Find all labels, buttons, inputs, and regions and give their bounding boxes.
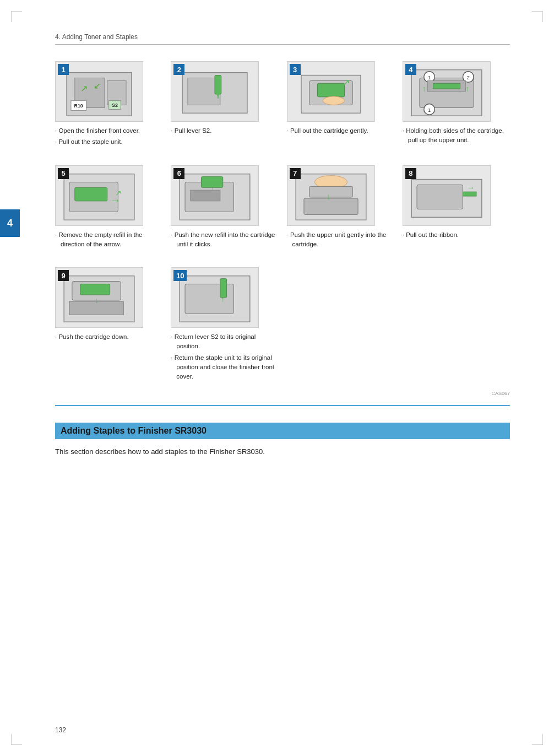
step-8-desc-1: Pull out the ribbon. [403, 230, 510, 240]
finisher-section: Adding Staples to Finisher SR3030 This s… [55, 423, 510, 456]
step-3: 3 ↗ Pull out the cartridge gently. [287, 61, 394, 149]
step-9-image: 9 ↓ [55, 267, 143, 328]
svg-rect-26 [433, 83, 460, 89]
step-2: 2 Pull lever S2. [171, 61, 278, 149]
step-5-desc-1: Remove the empty refill in the direction… [55, 230, 162, 250]
chapter-number: 4 [7, 218, 13, 229]
steps-row-3: 9 ↓ Push the cartridge down. 10 [55, 267, 510, 383]
step-4-desc-1: Holding both sides of the cartridge, pul… [403, 126, 510, 145]
step-2-desc-1: Pull lever S2. [171, 126, 278, 136]
step-2-number: 2 [173, 64, 184, 75]
step-6-image: 6 ↓ [171, 165, 259, 226]
svg-rect-43 [309, 186, 352, 197]
step-9-number: 9 [58, 270, 69, 281]
svg-text:↓: ↓ [95, 296, 99, 305]
svg-text:1: 1 [428, 74, 431, 80]
image-code-container: CAS067 [55, 388, 510, 397]
step-5: 5 → ↗ Remove the empty refill in the dir… [55, 165, 162, 251]
svg-rect-48 [463, 192, 476, 196]
step-7-image: 7 ↓ [287, 165, 375, 226]
step-8-number: 8 [405, 168, 416, 179]
svg-rect-33 [75, 187, 107, 201]
step-1: 1 R10 S2 ↙ ↗ Open the [55, 61, 162, 149]
corner-tr [532, 11, 543, 22]
step-4-image: 4 1 2 ↑ ↑ [403, 61, 491, 122]
svg-point-18 [323, 96, 344, 105]
finisher-separator [55, 405, 510, 406]
svg-text:↑: ↑ [465, 85, 469, 93]
step-4: 4 1 2 ↑ ↑ [403, 61, 510, 149]
step-9: 9 ↓ Push the cartridge down. [55, 267, 162, 383]
step-9-desc-1: Push the cartridge down. [55, 332, 162, 342]
finisher-title-bar: Adding Staples to Finisher SR3030 [55, 423, 510, 439]
step-6: 6 ↓ Push the new refill into the cartrid… [171, 165, 278, 251]
step-3-desc-1: Pull out the cartridge gently. [287, 126, 394, 136]
step-5-image: 5 → ↗ [55, 165, 143, 226]
step-1-image: 1 R10 S2 ↙ ↗ [55, 61, 143, 122]
step-3-image: 3 ↗ [287, 61, 375, 122]
step-5-desc: Remove the empty refill in the direction… [55, 230, 162, 251]
svg-text:↗: ↗ [115, 189, 122, 197]
finisher-title: Adding Staples to Finisher SR3030 [61, 426, 207, 435]
corner-tl [11, 11, 22, 22]
step-1-number: 1 [58, 64, 69, 75]
step-10-number: 10 [173, 270, 187, 281]
step-6-number: 6 [173, 168, 184, 179]
steps-row-1: 1 R10 S2 ↙ ↗ Open the [55, 61, 510, 149]
finisher-description: This section describes how to add staple… [55, 447, 510, 456]
svg-rect-40 [191, 190, 220, 201]
step-5-number: 5 [58, 168, 69, 179]
svg-rect-44 [303, 198, 357, 214]
corner-br [532, 734, 543, 745]
step-9-desc: Push the cartridge down. [55, 332, 162, 343]
step-8: 8 → Pull out the ribbon. [403, 165, 510, 251]
step-2-desc: Pull lever S2. [171, 126, 278, 137]
svg-text:↗: ↗ [80, 84, 88, 93]
step-1-desc-1: Open the finisher front cover. [55, 126, 162, 136]
step-1-desc: Open the finisher front cover. Pull out … [55, 126, 162, 149]
step-10: 10 ↑ Return lever S2 to its original pos… [171, 267, 278, 383]
svg-text:1: 1 [428, 107, 431, 113]
step-7: 7 ↓ Push the upper unit gently into the … [287, 165, 394, 251]
svg-text:↗: ↗ [341, 77, 350, 88]
steps-row-2: 5 → ↗ Remove the empty refill in the dir… [55, 165, 510, 251]
step-3-desc: Pull out the cartridge gently. [287, 126, 394, 137]
svg-text:→: → [467, 183, 475, 192]
step-7-desc: Push the upper unit gently into the cart… [287, 230, 394, 251]
step-8-desc: Pull out the ribbon. [403, 230, 510, 241]
step-7-desc-1: Push the upper unit gently into the cart… [287, 230, 394, 250]
step-10-image: 10 ↑ [171, 267, 259, 328]
svg-rect-52 [80, 284, 110, 295]
step-10-desc-2: Return the staple unit to its original p… [171, 353, 278, 382]
svg-text:↙: ↙ [94, 81, 101, 90]
step-10-desc-1: Return lever S2 to its original position… [171, 332, 278, 352]
step-7-number: 7 [290, 168, 301, 179]
step-10-desc: Return lever S2 to its original position… [171, 332, 278, 383]
svg-rect-57 [220, 279, 227, 298]
step-8-image: 8 → [403, 165, 491, 226]
page-number: 132 [55, 726, 66, 734]
svg-text:S2: S2 [112, 102, 118, 108]
step-6-desc-1: Push the new refill into the cartridge u… [171, 230, 278, 250]
svg-rect-47 [417, 185, 463, 209]
section-header-text: 4. Adding Toner and Staples [55, 33, 138, 41]
step-4-number: 4 [405, 64, 416, 75]
svg-text:R10: R10 [74, 103, 83, 109]
step-1-desc-2: Pull out the staple unit. [55, 137, 162, 147]
svg-text:↑: ↑ [221, 295, 225, 304]
svg-rect-16 [317, 83, 344, 97]
section-header: 4. Adding Toner and Staples [55, 33, 510, 45]
step-2-image: 2 [171, 61, 259, 122]
step-4-desc: Holding both sides of the cartridge, pul… [403, 126, 510, 147]
chapter-tab: 4 [0, 209, 20, 237]
step-6-desc: Push the new refill into the cartridge u… [171, 230, 278, 251]
svg-text:↑: ↑ [422, 85, 426, 93]
step-3-number: 3 [290, 64, 301, 75]
svg-text:2: 2 [466, 74, 469, 80]
corner-bl [11, 734, 22, 745]
svg-text:↓: ↓ [327, 192, 330, 201]
page-container: 4 4. Adding Toner and Staples 1 R10 [0, 0, 554, 756]
svg-rect-11 [215, 75, 221, 94]
image-code: CAS067 [491, 391, 510, 396]
